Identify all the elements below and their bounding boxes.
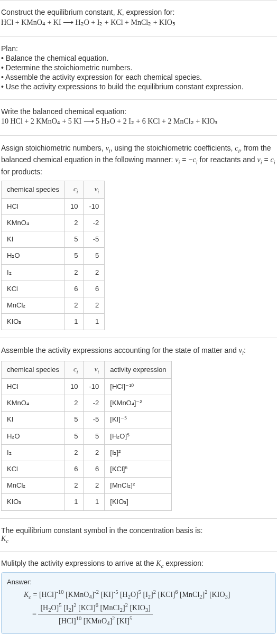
table-row: KI5-5[KI]⁻⁵ — [2, 412, 172, 428]
balanced-equation: 10 HCl + 2 KMnO₄ + 5 KI ⟶ 5 H₂O + 2 I₂ +… — [1, 117, 276, 126]
plan-title: Plan: — [1, 44, 276, 53]
balanced-section: Write the balanced chemical equation: 10… — [0, 99, 277, 135]
table-row: HCl10-10 — [2, 198, 105, 214]
fraction-denominator: [HCl]10 [KMnO4]2 [KI]5 — [38, 614, 152, 626]
multiply-line: Mulitply the activity expressions to arr… — [1, 559, 276, 569]
col-species: chemical species — [2, 361, 65, 378]
balanced-title: Write the balanced chemical equation: — [1, 107, 276, 116]
col-ci: ci — [65, 361, 84, 378]
col-activity: activity expression — [105, 361, 172, 378]
table-header-row: chemical species ci νi activity expressi… — [2, 361, 172, 378]
col-vi: νi — [84, 181, 105, 198]
intro-section: Construct the equilibrium constant, K, e… — [0, 0, 277, 36]
activity-intro: Assemble the activity expressions accoun… — [1, 346, 276, 357]
table-row: MnCl₂22[MnCl₂]² — [2, 478, 172, 494]
symbol-intro: The equilibrium constant symbol in the c… — [1, 526, 276, 535]
col-species: chemical species — [2, 181, 65, 198]
answer-line-1: Kc = [HCl]-10 [KMnO4]-2 [KI]-5 [H2O]5 [I… — [24, 589, 270, 600]
kc-symbol: Kc — [1, 535, 276, 544]
table-row: KMnO₄2-2 — [2, 214, 105, 231]
stoich-intro: Assign stoichiometric numbers, νi, using… — [1, 143, 276, 178]
table-header-row: chemical species ci νi — [2, 181, 105, 198]
plan-section: Plan: • Balance the chemical equation. •… — [0, 36, 277, 99]
table-row: KIO₃11 — [2, 314, 105, 330]
plan-item: • Assemble the activity expression for e… — [1, 73, 276, 81]
table-row: I₂22 — [2, 264, 105, 281]
stoich-section: Assign stoichiometric numbers, νi, using… — [0, 135, 277, 338]
table-row: MnCl₂22 — [2, 297, 105, 313]
stoich-table: chemical species ci νi HCl10-10 KMnO₄2-2… — [1, 181, 105, 331]
table-row: KCl66[KCl]⁶ — [2, 461, 172, 477]
plan-item: • Determine the stoichiometric numbers. — [1, 63, 276, 72]
table-row: H₂O55[H₂O]⁵ — [2, 428, 172, 444]
table-row: KCl66 — [2, 281, 105, 297]
plan-item: • Balance the chemical equation. — [1, 54, 276, 62]
activity-table: chemical species ci νi activity expressi… — [1, 361, 172, 511]
intro-equation: HCl + KMnO₄ + KI ⟶ H₂O + I₂ + KCl + MnCl… — [1, 18, 276, 27]
table-row: H₂O55 — [2, 248, 105, 264]
table-row: HCl10-10[HCl]⁻¹⁰ — [2, 379, 172, 395]
col-ci: ci — [65, 181, 84, 198]
table-row: KMnO₄2-2[KMnO₄]⁻² — [2, 395, 172, 412]
plan-item: • Use the activity expressions to build … — [1, 82, 276, 91]
intro-line: Construct the equilibrium constant, K, e… — [1, 8, 276, 17]
answer-fraction: [H2O]5 [I2]2 [KCl]6 [MnCl2]2 [KIO3] [HCl… — [38, 602, 152, 627]
answer-line-2: = [H2O]5 [I2]2 [KCl]6 [MnCl2]2 [KIO3] [H… — [32, 602, 270, 627]
table-row: KIO₃11[KIO₃] — [2, 494, 172, 510]
table-row: I₂22[I₂]² — [2, 444, 172, 461]
answer-label: Answer: — [7, 578, 270, 586]
multiply-section: Mulitply the activity expressions to arr… — [0, 551, 277, 641]
fraction-numerator: [H2O]5 [I2]2 [KCl]6 [MnCl2]2 [KIO3] — [38, 602, 152, 614]
col-vi: νi — [84, 361, 105, 378]
activity-section: Assemble the activity expressions accoun… — [0, 338, 277, 518]
answer-box: Answer: Kc = [HCl]-10 [KMnO4]-2 [KI]-5 [… — [1, 572, 276, 634]
table-row: KI5-5 — [2, 231, 105, 248]
symbol-section: The equilibrium constant symbol in the c… — [0, 518, 277, 552]
